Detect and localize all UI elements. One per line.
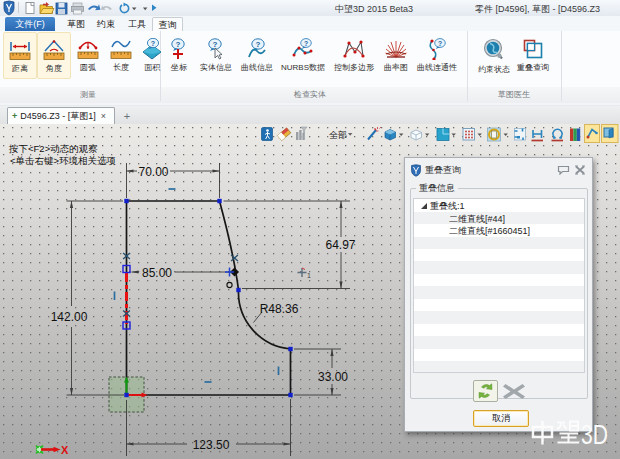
svg-text:?: ? bbox=[438, 40, 442, 47]
svg-text:R48.36: R48.36 bbox=[260, 302, 299, 316]
svg-text:?: ? bbox=[256, 40, 261, 49]
svg-text:70.00: 70.00 bbox=[138, 165, 168, 179]
svg-text:?: ? bbox=[176, 40, 181, 49]
svg-text:<单击右键>环境相关选项: <单击右键>环境相关选项 bbox=[10, 155, 116, 166]
svg-text:64.97: 64.97 bbox=[325, 238, 355, 252]
svg-text:142.00: 142.00 bbox=[51, 310, 88, 324]
svg-text:按下<F2>动态的观察: 按下<F2>动态的观察 bbox=[8, 143, 98, 154]
svg-text:3D: 3D bbox=[581, 420, 608, 450]
svg-text:全部: 全部 bbox=[329, 130, 347, 140]
svg-text:85.00: 85.00 bbox=[142, 266, 172, 280]
svg-text:123.50: 123.50 bbox=[193, 438, 230, 452]
svg-text:1: 1 bbox=[307, 272, 311, 279]
svg-text:33.00: 33.00 bbox=[318, 370, 348, 384]
svg-text:X: X bbox=[61, 444, 69, 456]
svg-text:?: ? bbox=[304, 40, 308, 47]
svg-text:?: ? bbox=[151, 39, 155, 48]
